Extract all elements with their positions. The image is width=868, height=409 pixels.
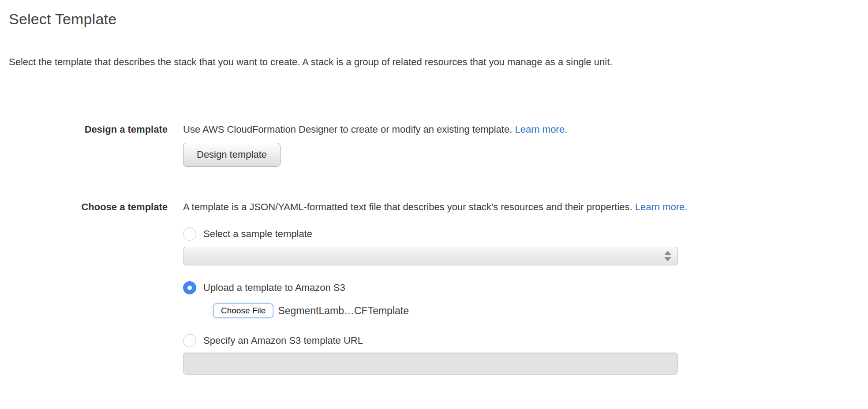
choose-template-description: A template is a JSON/YAML-formatted text… [183, 201, 859, 213]
page-description: Select the template that describes the s… [9, 56, 859, 68]
uploaded-file-name: SegmentLamb…CFTemplate [278, 305, 409, 317]
radio-option-sample-template[interactable]: Select a sample template [183, 227, 859, 241]
design-learn-more-link[interactable]: Learn more. [515, 124, 567, 135]
sample-template-dropdown[interactable] [183, 247, 678, 265]
s3-template-url-input[interactable] [183, 353, 678, 375]
design-template-row: Design a template Use AWS CloudFormation… [9, 123, 859, 167]
design-template-label: Design a template [9, 123, 168, 136]
radio-button-sample[interactable] [183, 227, 196, 241]
arrow-down-icon [664, 257, 671, 261]
radio-option-s3-url[interactable]: Specify an Amazon S3 template URL [183, 334, 859, 347]
dropdown-stepper-icon [664, 251, 671, 261]
choose-template-label: Choose a template [9, 201, 168, 213]
radio-button-url[interactable] [183, 334, 196, 347]
choose-file-button[interactable]: Choose File [213, 303, 273, 318]
page-title: Select Template [9, 11, 859, 28]
design-template-description: Use AWS CloudFormation Designer to creat… [183, 123, 859, 136]
template-form: Design a template Use AWS CloudFormation… [9, 123, 859, 375]
choose-learn-more-link[interactable]: Learn more. [635, 201, 688, 212]
choose-template-row: Choose a template A template is a JSON/Y… [9, 201, 859, 375]
radio-label-upload[interactable]: Upload a template to Amazon S3 [203, 282, 345, 294]
arrow-up-icon [664, 251, 671, 255]
select-template-page: Select Template Select the template that… [0, 0, 868, 375]
radio-label-sample[interactable]: Select a sample template [203, 228, 312, 240]
radio-button-upload[interactable] [183, 281, 196, 294]
file-upload-row: Choose File SegmentLamb…CFTemplate [213, 303, 859, 318]
radio-label-url[interactable]: Specify an Amazon S3 template URL [203, 335, 363, 346]
title-divider [9, 43, 859, 43]
design-template-button[interactable]: Design template [183, 143, 281, 167]
radio-option-upload-s3[interactable]: Upload a template to Amazon S3 [183, 281, 859, 294]
